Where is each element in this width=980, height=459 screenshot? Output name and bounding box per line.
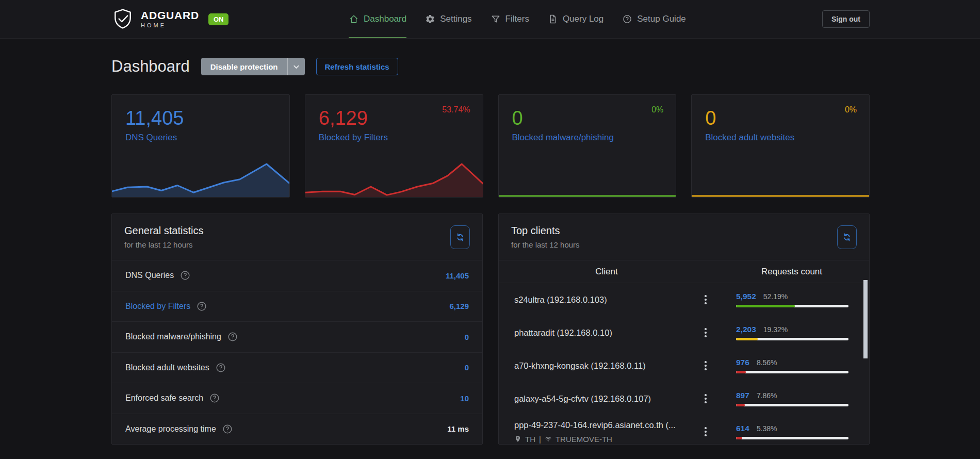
client-name[interactable]: s24ultra (192.168.0.103) <box>514 295 699 305</box>
stat-card-label: DNS Queries <box>125 133 289 143</box>
stat-card-blocked-by-filters[interactable]: 6,129Blocked by Filters53.74% <box>305 94 483 198</box>
stat-row-label-text: Blocked by Filters <box>125 302 190 311</box>
stat-card-value: 11,405 <box>125 107 289 129</box>
shield-check-icon <box>111 8 134 30</box>
general-statistics-rows: DNS Queries11,405Blocked by Filters6,129… <box>112 260 482 445</box>
stat-row-label: Enforced safe search <box>125 392 220 404</box>
requests-count-value: 897 <box>736 391 749 400</box>
general-statistics-subtitle: for the last 12 hours <box>124 240 203 249</box>
nav-item-dashboard[interactable]: Dashboard <box>349 0 406 38</box>
help-icon[interactable] <box>222 423 233 435</box>
refresh-icon <box>842 233 852 242</box>
stat-row-label: Blocked adult websites <box>125 362 226 373</box>
row-menu-button[interactable] <box>699 361 712 370</box>
client-name[interactable]: galaxy-a54-5g-cfvtv (192.168.0.107) <box>514 394 699 404</box>
disable-protection-button[interactable]: Disable protection <box>201 58 305 75</box>
progress-bar-fill <box>736 437 742 439</box>
stat-row-value: 0 <box>465 333 469 341</box>
progress-bar-fill <box>736 404 745 406</box>
disable-protection-dropdown[interactable] <box>287 58 305 75</box>
top-clients-column-header: Client Requests count <box>499 260 869 283</box>
help-icon[interactable] <box>179 270 191 281</box>
scrollbar-thumb[interactable] <box>863 280 868 358</box>
stat-row-value: 0 <box>465 363 469 372</box>
nav-item-label: Settings <box>440 14 471 24</box>
row-menu-button[interactable] <box>699 295 712 304</box>
stat-card-percent: 0% <box>845 105 857 114</box>
nav-item-label: Setup Guide <box>637 14 686 24</box>
filter-icon <box>491 14 501 24</box>
refresh-icon <box>455 233 465 242</box>
row-menu-button[interactable] <box>699 427 712 436</box>
meta-separator: | <box>539 435 541 444</box>
requests-count-percent: 52.19% <box>763 292 788 301</box>
client-row: s24ultra (192.168.0.103)5,95252.19% <box>499 283 869 316</box>
help-icon[interactable] <box>215 362 226 373</box>
nav-item-settings[interactable]: Settings <box>425 0 471 38</box>
client-isp: TRUEMOVE-TH <box>556 435 612 444</box>
page-title: Dashboard <box>111 57 190 76</box>
main-nav: DashboardSettingsFiltersQuery LogSetup G… <box>349 0 686 38</box>
stat-card-label: Blocked adult websites <box>705 133 869 143</box>
client-cell: a70-khxng-kongsak (192.168.0.11) <box>514 361 699 371</box>
document-icon <box>548 14 558 24</box>
chevron-down-icon <box>292 63 300 71</box>
adguard-logo[interactable]: ADGUARD HOME <box>111 8 199 30</box>
wifi-icon <box>545 435 552 442</box>
general-statistics-refresh-button[interactable] <box>450 225 470 249</box>
stat-card-percent: 0% <box>651 105 663 114</box>
nav-item-setup-guide[interactable]: Setup Guide <box>622 0 686 38</box>
stat-row-label-text: Blocked adult websites <box>125 363 209 372</box>
client-country: TH <box>525 435 535 444</box>
disable-protection-label[interactable]: Disable protection <box>201 58 287 75</box>
dashboard-page: Dashboard Disable protection Refresh sta… <box>0 57 980 445</box>
stat-row-dns-queries: DNS Queries11,405 <box>112 260 482 291</box>
sparkline-chart <box>498 160 677 198</box>
stat-row-label-text: DNS Queries <box>125 271 174 280</box>
stat-row-blocked-adult-websites: Blocked adult websites0 <box>112 353 482 384</box>
progress-bar-fill <box>736 338 758 340</box>
sign-out-button[interactable]: Sign out <box>822 10 870 28</box>
column-header-client: Client <box>499 267 714 277</box>
requests-count-cell: 2,20319.32% <box>736 325 848 340</box>
stat-card-blocked-adult-websites[interactable]: 0Blocked adult websites0% <box>691 94 870 198</box>
stat-row-label[interactable]: Blocked by Filters <box>125 301 207 312</box>
navbar: ADGUARD HOME ON DashboardSettingsFilters… <box>0 0 980 39</box>
requests-count-cell: 8977.86% <box>736 391 848 406</box>
stat-card-blocked-malware-phishing[interactable]: 0Blocked malware/phishing0% <box>498 94 677 198</box>
nav-item-filters[interactable]: Filters <box>491 0 529 38</box>
help-icon[interactable] <box>209 392 220 404</box>
stat-row-label: Blocked malware/phishing <box>125 331 238 342</box>
progress-bar-track <box>736 371 848 373</box>
row-menu-button[interactable] <box>699 394 712 403</box>
requests-count-cell: 5,95252.19% <box>736 292 848 307</box>
client-name[interactable]: ppp-49-237-40-164.revip6.asianet.co.th (… <box>514 420 699 430</box>
client-meta: TH|TRUEMOVE-TH <box>514 435 699 444</box>
requests-count-value: 5,952 <box>736 292 756 301</box>
help-icon[interactable] <box>196 301 207 312</box>
refresh-statistics-button[interactable]: Refresh statistics <box>316 58 398 75</box>
stat-row-label-text: Average processing time <box>125 424 216 434</box>
stat-row-average-processing-time: Average processing time11 ms <box>112 414 482 445</box>
stat-row-value: 10 <box>460 394 469 403</box>
requests-count-percent: 8.56% <box>757 358 777 367</box>
requests-count-value: 976 <box>736 358 749 367</box>
stat-row-blocked-malware-phishing: Blocked malware/phishing0 <box>112 322 482 353</box>
pin-icon <box>514 435 521 442</box>
help-icon <box>622 14 632 24</box>
row-menu-button[interactable] <box>699 328 712 337</box>
stat-card-dns-queries[interactable]: 11,405DNS Queries <box>111 94 290 198</box>
sparkline-chart <box>111 160 290 198</box>
client-name[interactable]: a70-khxng-kongsak (192.168.0.11) <box>514 361 699 371</box>
top-clients-refresh-button[interactable] <box>837 225 857 249</box>
stat-row-label: DNS Queries <box>125 270 191 281</box>
help-icon[interactable] <box>227 331 238 342</box>
client-name[interactable]: phattaradit (192.168.0.10) <box>514 328 699 338</box>
progress-bar-track <box>736 338 848 340</box>
progress-bar-track <box>736 437 848 439</box>
sparkline-chart <box>691 160 870 198</box>
nav-item-query-log[interactable]: Query Log <box>548 0 603 38</box>
logo-subtitle: HOME <box>141 23 199 28</box>
stat-cards: 11,405DNS Queries6,129Blocked by Filters… <box>111 94 870 198</box>
client-cell: s24ultra (192.168.0.103) <box>514 295 699 305</box>
